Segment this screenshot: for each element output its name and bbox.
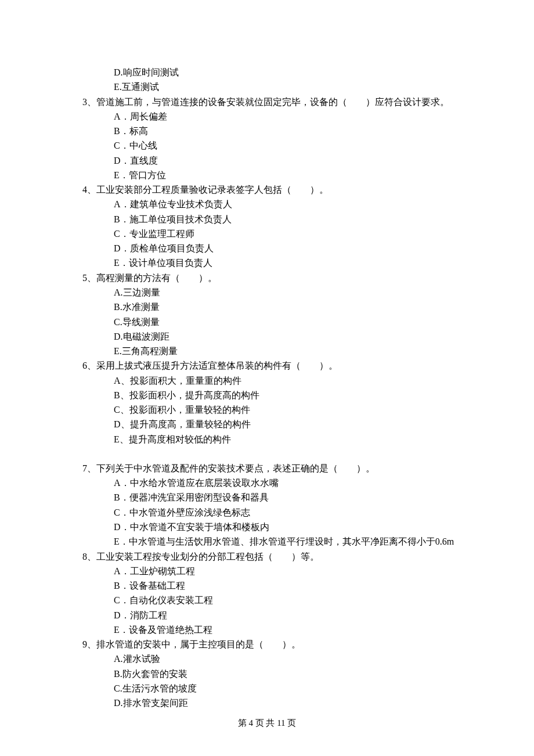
option-item: B．设备基础工程 (0, 578, 534, 593)
question-text: 采用上拔式液压提升方法适宜整体吊装的构件有（ ）。 (96, 361, 338, 370)
option-item: E.三角高程测量 (0, 344, 534, 358)
option-item: E．中水管道与生活饮用水管道、排水管道平行埋设时，其水平净距离不得小于0.6m (0, 534, 534, 549)
question-stem: 8、工业安装工程按专业划分的分部工程包括（ ）等。 (0, 549, 534, 564)
option-item: D.排水管支架间距 (0, 696, 534, 710)
option-item: E.互通测试 (0, 80, 534, 94)
option-item: E、提升高度相对较低的构件 (0, 432, 534, 447)
question-number: 5、 (82, 273, 96, 283)
blank-line (0, 447, 534, 461)
page-body: D.响应时间测试 E.互通测试 3、管道施工前，与管道连接的设备安装就位固定完毕… (0, 0, 534, 710)
question-text: 下列关于中水管道及配件的安装技术要点，表述正确的是（ ）。 (96, 463, 375, 473)
option-item: A.三边测量 (0, 285, 534, 300)
option-item: A、投影面积大，重量重的构件 (0, 373, 534, 388)
option-item: C.导线测量 (0, 315, 534, 329)
option-item: A.灌水试验 (0, 651, 534, 666)
question-stem: 6、采用上拔式液压提升方法适宜整体吊装的构件有（ ）。 (0, 358, 534, 373)
question-text: 管道施工前，与管道连接的设备安装就位固定完毕，设备的（ ）应符合设计要求。 (96, 97, 449, 107)
option-item: C.生活污水管的坡度 (0, 681, 534, 696)
option-item: B．便器冲洗宜采用密闭型设备和器具 (0, 490, 534, 505)
option-item: D.响应时间测试 (0, 65, 534, 80)
option-item: B、投影面积小，提升高度高的构件 (0, 388, 534, 402)
question-number: 8、 (82, 552, 96, 561)
option-item: E．设备及管道绝热工程 (0, 622, 534, 637)
option-item: E．管口方位 (0, 168, 534, 182)
page-footer: 第 4 页 共 11 页 (0, 717, 534, 730)
option-item: C．中水管道外壁应涂浅绿色标志 (0, 505, 534, 520)
question-text: 工业安装部分工程质量验收记录表签字人包括（ ）。 (96, 185, 329, 195)
question-number: 9、 (82, 639, 96, 649)
question-number: 3、 (82, 97, 96, 107)
option-item: A．工业炉砌筑工程 (0, 564, 534, 578)
question-number: 4、 (82, 185, 96, 195)
option-item: C．专业监理工程师 (0, 226, 534, 241)
option-item: B．标高 (0, 124, 534, 138)
option-item: B.水准测量 (0, 300, 534, 314)
option-item: D．直线度 (0, 153, 534, 168)
question-stem: 3、管道施工前，与管道连接的设备安装就位固定完毕，设备的（ ）应符合设计要求。 (0, 95, 534, 109)
question-number: 6、 (82, 361, 96, 370)
question-stem: 4、工业安装部分工程质量验收记录表签字人包括（ ）。 (0, 182, 534, 197)
question-stem: 7、下列关于中水管道及配件的安装技术要点，表述正确的是（ ）。 (0, 461, 534, 476)
question-stem: 9、排水管道的安装中，属于主控项目的是（ ）。 (0, 637, 534, 651)
question-number: 7、 (82, 463, 96, 473)
option-item: A．周长偏差 (0, 109, 534, 124)
option-item: C．中心线 (0, 138, 534, 153)
option-item: D．消防工程 (0, 608, 534, 622)
question-text: 工业安装工程按专业划分的分部工程包括（ ）等。 (96, 552, 319, 561)
option-item: B．施工单位项目技术负责人 (0, 212, 534, 226)
option-item: E．设计单位项目负责人 (0, 255, 534, 270)
option-item: B.防火套管的安装 (0, 667, 534, 681)
question-stem: 5、高程测量的方法有（ ）。 (0, 271, 534, 285)
question-text: 排水管道的安装中，属于主控项目的是（ ）。 (96, 639, 301, 649)
option-item: D.电磁波测距 (0, 329, 534, 344)
question-text: 高程测量的方法有（ ）。 (96, 273, 217, 283)
option-item: A．建筑单位专业技术负责人 (0, 197, 534, 211)
option-item: C．自动化仪表安装工程 (0, 593, 534, 607)
option-item: D．质检单位项目负责人 (0, 241, 534, 255)
option-item: C、投影面积小，重量较轻的构件 (0, 402, 534, 417)
option-item: D、提升高度高，重量较轻的构件 (0, 417, 534, 431)
option-item: A．中水给水管道应在底层装设取水水嘴 (0, 476, 534, 490)
option-item: D．中水管道不宜安装于墙体和楼板内 (0, 520, 534, 534)
